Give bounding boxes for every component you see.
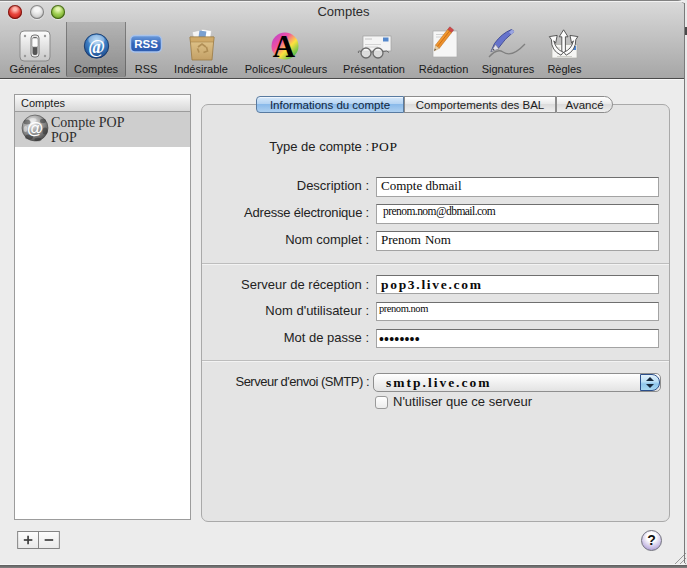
- svg-text:@: @: [27, 119, 43, 137]
- svg-text:A: A: [273, 29, 296, 64]
- svg-text:RSS: RSS: [134, 38, 158, 50]
- svg-text:@: @: [88, 37, 105, 57]
